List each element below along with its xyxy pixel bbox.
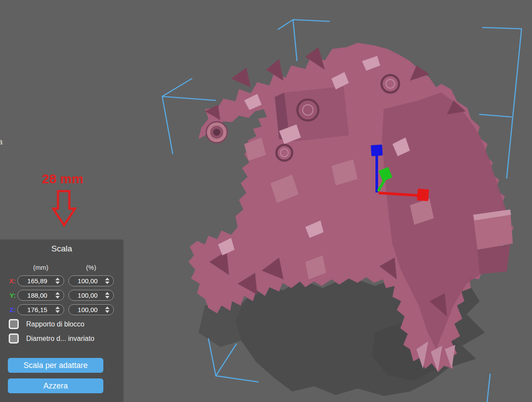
scale-y-percent-input[interactable]: 100,00 (68, 290, 114, 301)
gizmo-x-scale-handle[interactable] (417, 189, 429, 201)
snout-barrel (206, 122, 227, 143)
spin-up-icon[interactable] (105, 278, 109, 280)
spin-down-icon[interactable] (55, 296, 60, 299)
reset-button[interactable]: Azzera (8, 378, 103, 393)
spin-down-icon[interactable] (55, 282, 60, 284)
scale-z-mm-input[interactable]: 176,15 (17, 304, 64, 315)
scale-z-percent-input[interactable]: 100,00 (68, 304, 114, 315)
column-header-percent: (%) (68, 264, 114, 271)
scale-z-mm-spinner[interactable] (54, 306, 61, 313)
axis-label-z: Z: (5, 306, 16, 313)
down-arrow-icon (48, 188, 83, 229)
slicer-window: 28 mm a Scala (mm) (%) X: 165,89 100,00 … (0, 0, 532, 402)
scale-to-fit-button[interactable]: Scala per adattare (8, 358, 103, 373)
scale-y-percent-spinner[interactable] (104, 292, 111, 299)
axis-label-x: X: (5, 277, 16, 285)
spin-down-icon[interactable] (105, 282, 109, 284)
scale-y-mm-input[interactable]: 188,00 (17, 290, 64, 301)
lock-ratio-row: Rapporto di blocco (9, 319, 84, 329)
spin-down-icon[interactable] (55, 310, 60, 313)
scale-x-percent-spinner[interactable] (104, 278, 111, 284)
spin-down-icon[interactable] (105, 296, 109, 299)
gizmo-z-scale-handle[interactable] (371, 144, 383, 156)
spin-up-icon[interactable] (55, 306, 60, 309)
scale-x-mm-input[interactable]: 165,89 (17, 275, 64, 286)
diameter-unchanged-checkbox[interactable] (9, 333, 19, 344)
spin-up-icon[interactable] (55, 292, 60, 295)
column-header-mm: (mm) (17, 264, 64, 271)
scale-panel: Scala (mm) (%) X: 165,89 100,00 Y: 188,0… (0, 239, 124, 402)
scale-x-percent-input[interactable]: 100,00 (68, 275, 114, 286)
spin-up-icon[interactable] (105, 306, 109, 309)
panel-title: Scala (0, 244, 123, 254)
diameter-unchanged-row: Diametro d... invariato (9, 333, 95, 344)
lock-ratio-checkbox[interactable] (9, 319, 19, 329)
scale-y-mm-spinner[interactable] (54, 292, 61, 299)
edge-text-fragment: a (0, 137, 3, 147)
lock-ratio-label: Rapporto di blocco (26, 320, 84, 328)
spin-up-icon[interactable] (55, 278, 60, 280)
scale-x-mm-spinner[interactable] (54, 278, 61, 284)
diameter-unchanged-label: Diametro d... invariato (26, 335, 95, 343)
spin-down-icon[interactable] (105, 310, 109, 313)
scale-z-percent-spinner[interactable] (104, 306, 111, 313)
axis-label-y: Y: (5, 292, 16, 299)
spin-up-icon[interactable] (105, 292, 109, 295)
annotation-28mm-label: 28 mm (42, 172, 94, 186)
